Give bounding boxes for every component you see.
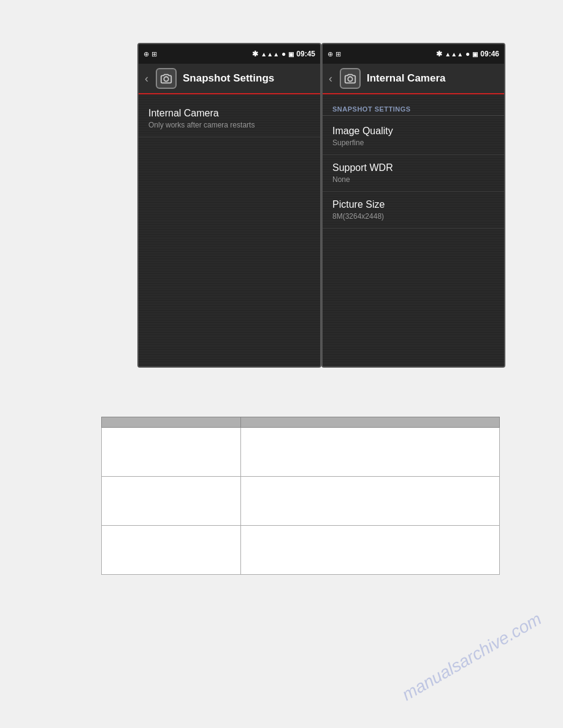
camera-icon-left (156, 68, 177, 89)
svg-point-0 (164, 77, 168, 81)
left-time: 09:45 (296, 50, 315, 58)
internal-camera-subtitle: Only works after camera restarts (148, 121, 310, 129)
list-item-support-wdr[interactable]: Support WDR None (323, 155, 504, 192)
table-section (101, 417, 500, 575)
svg-point-1 (348, 77, 352, 81)
dot-icon: ● (282, 50, 286, 58)
section-header-snapshot: SNAPSHOT SETTINGS (323, 100, 504, 116)
table-row-2 (102, 477, 500, 526)
table-row-3 (102, 526, 500, 575)
camera-icon-right (340, 68, 361, 89)
signal-icon-r: ▲▲▲ (445, 51, 463, 58)
data-table (101, 417, 500, 575)
left-app-header: ‹ Snapshot Settings (139, 64, 320, 94)
signal-icon: ▲▲▲ (261, 51, 279, 58)
target-icon-r: ⊕ (327, 50, 333, 58)
left-screen-content: Internal Camera Only works after camera … (139, 94, 320, 366)
list-item-picture-size[interactable]: Picture Size 8M(3264x2448) (323, 192, 504, 229)
table-cell-1-2 (241, 428, 500, 477)
right-time: 09:46 (480, 50, 499, 58)
internal-camera-title: Internal Camera (148, 108, 310, 119)
phones-container: ⊕ ⊞ ✱ ▲▲▲ ● ▣ 09:45 ‹ (0, 0, 563, 368)
bluetooth-icon-r: ✱ (436, 50, 442, 58)
status-bar-left: ⊕ ⊞ ✱ ▲▲▲ ● ▣ 09:45 (139, 44, 320, 64)
time-right: ✱ ▲▲▲ ● ▣ 09:45 (252, 50, 315, 58)
table-cell-2-2 (241, 477, 500, 526)
image-quality-value: Superfine (332, 138, 494, 147)
list-item-internal-camera[interactable]: Internal Camera Only works after camera … (139, 100, 320, 137)
table-col-header-2 (241, 417, 500, 428)
picture-size-value: 8M(3264x2448) (332, 212, 494, 221)
phone-right: ⊕ ⊞ ✱ ▲▲▲ ● ▣ 09:46 ‹ (321, 43, 505, 368)
table-cell-2-1 (102, 477, 241, 526)
support-wdr-title: Support WDR (332, 162, 494, 173)
target-icon: ⊕ (144, 50, 149, 58)
right-screen-title: Internal Camera (367, 72, 446, 85)
table-cell-3-1 (102, 526, 241, 575)
battery-icon: ▣ (288, 51, 294, 58)
status-icons-left: ⊕ ⊞ (144, 50, 157, 58)
right-app-header: ‹ Internal Camera (323, 64, 504, 94)
battery-icon-r: ▣ (472, 51, 478, 58)
lock-icon-r: ⊞ (335, 50, 341, 58)
status-bar-right: ⊕ ⊞ ✱ ▲▲▲ ● ▣ 09:46 (323, 44, 504, 64)
picture-size-title: Picture Size (332, 199, 494, 210)
bluetooth-icon: ✱ (252, 50, 258, 58)
watermark: manualsarchive.com (399, 609, 545, 705)
image-quality-title: Image Quality (332, 126, 494, 137)
left-screen-title: Snapshot Settings (183, 72, 274, 85)
page-wrapper: ⊕ ⊞ ✱ ▲▲▲ ● ▣ 09:45 ‹ (0, 0, 563, 728)
list-item-image-quality[interactable]: Image Quality Superfine (323, 118, 504, 155)
dot-icon-r: ● (465, 50, 470, 58)
status-icons-right-left: ⊕ ⊞ (327, 50, 341, 58)
lock-icon: ⊞ (151, 50, 157, 58)
table-row-1 (102, 428, 500, 477)
right-screen-content: SNAPSHOT SETTINGS Image Quality Superfin… (323, 94, 504, 366)
table-col-header-1 (102, 417, 241, 428)
table-cell-3-2 (241, 526, 500, 575)
time-right-r: ✱ ▲▲▲ ● ▣ 09:46 (436, 50, 499, 58)
support-wdr-value: None (332, 175, 494, 184)
back-arrow-left[interactable]: ‹ (145, 72, 148, 85)
phone-left: ⊕ ⊞ ✱ ▲▲▲ ● ▣ 09:45 ‹ (137, 43, 321, 368)
back-arrow-right[interactable]: ‹ (329, 72, 332, 85)
table-cell-1-1 (102, 428, 241, 477)
